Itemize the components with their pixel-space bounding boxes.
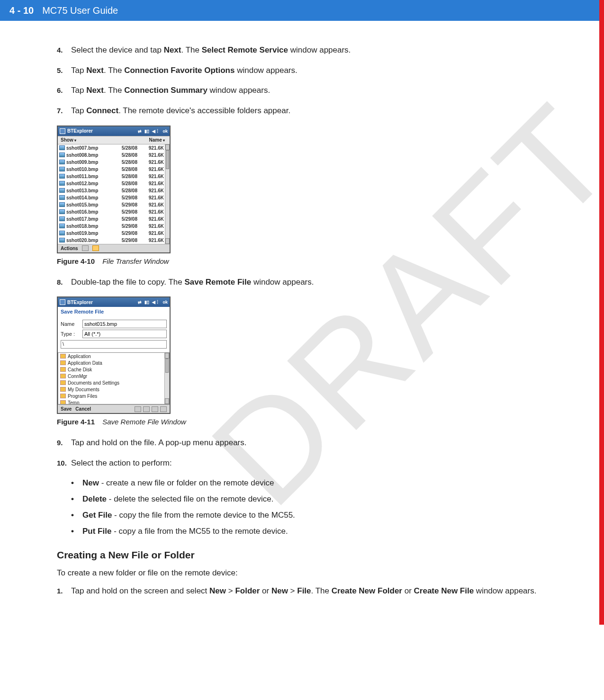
folder-row[interactable]: My Documents [58,386,169,393]
file-icon [59,224,65,228]
figure-title: Save Remote File Window [102,418,186,426]
file-row[interactable]: sshot014.bmp5/29/08921.6K [58,194,170,201]
step-text: Select the action to perform: [71,458,552,469]
file-row[interactable]: sshot016.bmp5/29/08921.6K [58,208,170,215]
file-row[interactable]: sshot012.bmp5/28/08921.6K [58,180,170,187]
folder-row[interactable]: ConnMgr [58,373,169,379]
step-5: 5. Tap Next. The Connection Favorite Opt… [57,65,552,77]
file-name: sshot015.bmp [66,202,109,207]
file-icon [59,174,65,179]
step-number: 1. [57,585,71,597]
bottom-toolbar: Save Cancel [58,404,170,413]
step-number: 5. [57,65,71,77]
file-size: 921.6K [137,174,164,179]
detail-view-icon[interactable] [160,406,167,412]
file-row[interactable]: sshot019.bmp5/29/08921.6K [58,230,170,237]
bullet-new: New - create a new file or folder on the… [71,477,552,489]
keyboard-icon[interactable] [82,245,89,251]
file-icon [59,153,65,157]
folder-icon[interactable] [143,406,150,412]
file-name: sshot018.bmp [66,224,109,229]
step-number: 7. [57,105,71,117]
connection-icon[interactable]: ⇄ [138,300,142,305]
file-list[interactable]: sshot007.bmp5/28/08921.6Ksshot008.bmp5/2… [58,144,170,244]
file-date: 5/28/08 [109,188,137,193]
file-icon [59,238,65,242]
name-input[interactable] [82,320,167,328]
file-size: 921.6K [137,202,164,207]
save-button[interactable]: Save [61,406,72,412]
folder-name: Cache Disk [68,367,92,372]
file-row[interactable]: sshot018.bmp5/29/08921.6K [58,223,170,230]
type-select[interactable] [82,330,167,338]
file-name: sshot016.bmp [66,209,109,215]
file-row[interactable]: sshot008.bmp5/28/08921.6K [58,152,170,159]
file-size: 921.6K [137,209,164,215]
step-text: Tap and hold on the file. A pop-up menu … [71,437,552,449]
path-field[interactable]: \ [61,340,167,349]
folder-row[interactable]: Application Data [58,359,169,366]
type-field-row: Type : [61,330,167,338]
folder-list[interactable]: ApplicationApplication DataCache DiskCon… [58,352,170,404]
refresh-icon[interactable] [92,245,99,251]
folder-name: Documents and Settings [68,380,119,386]
file-row[interactable]: sshot007.bmp5/28/08921.6K [58,144,170,152]
file-row[interactable]: sshot015.bmp5/29/08921.6K [58,201,170,208]
volume-icon[interactable]: ◀⋮ [152,129,160,134]
name-column[interactable]: Name [96,137,170,143]
file-size: 921.6K [137,216,164,222]
window-title: BTExplorer [67,128,93,134]
file-date: 5/29/08 [109,231,137,236]
step-9: 9. Tap and hold on the file. A pop-up me… [57,437,552,449]
file-icon [59,188,65,193]
file-date: 5/29/08 [109,209,137,215]
file-row[interactable]: sshot017.bmp5/29/08921.6K [58,215,170,223]
step-text: Tap and hold on the screen and select Ne… [71,585,552,597]
page-content: 4. Select the device and tap Next. The S… [0,21,604,625]
connection-icon[interactable]: ⇄ [138,129,142,134]
signal-icon[interactable]: ▮▯ [144,300,149,305]
file-date: 5/28/08 [109,153,137,158]
file-date: 5/29/08 [109,216,137,222]
folder-icon [60,354,66,359]
folder-row[interactable]: Temp [58,399,169,404]
ok-button[interactable]: ok [162,300,168,305]
folder-name: My Documents [68,387,99,392]
show-column[interactable]: Show [58,137,96,143]
signal-icon[interactable]: ▮▯ [144,129,149,134]
file-row[interactable]: sshot020.bmp5/29/08921.6K [58,237,170,244]
cancel-button[interactable]: Cancel [75,406,91,412]
file-size: 921.6K [137,153,164,158]
figure-title: File Transfer Window [102,257,169,265]
folder-row[interactable]: Program Files [58,393,169,399]
list-view-icon[interactable] [152,406,158,412]
file-row[interactable]: sshot010.bmp5/28/08921.6K [58,166,170,173]
keyboard-icon[interactable] [135,406,141,412]
start-icon[interactable] [60,299,65,305]
volume-icon[interactable]: ◀⋮ [152,300,160,305]
file-row[interactable]: sshot009.bmp5/28/08921.6K [58,159,170,166]
figure-4-10-caption: Figure 4-10 File Transfer Window [57,257,552,265]
scrollbar[interactable] [164,353,169,404]
start-icon[interactable] [60,128,65,134]
bullet-delete: Delete - delete the selected file on the… [71,494,552,505]
folder-row[interactable]: Application [58,353,169,359]
file-row[interactable]: sshot013.bmp5/28/08921.6K [58,187,170,194]
window-titlebar: BTExplorer ⇄ ▮▯ ◀⋮ ok [58,126,170,136]
folder-row[interactable]: Cache Disk [58,366,169,373]
ok-button[interactable]: ok [162,129,168,134]
file-row[interactable]: sshot011.bmp5/28/08921.6K [58,173,170,180]
folder-row[interactable]: Documents and Settings [58,379,169,386]
step-number: 10. [57,458,71,469]
actions-menu[interactable]: Actions [61,246,78,251]
guide-title: MC75 User Guide [42,5,118,16]
file-date: 5/29/08 [109,202,137,207]
type-label: Type : [61,331,80,337]
step-text: Select the device and tap Next. The Sele… [71,45,552,56]
step-number: 8. [57,277,71,288]
file-name: sshot017.bmp [66,216,109,222]
file-icon [59,231,65,235]
scrollbar[interactable] [165,144,170,244]
file-size: 921.6K [137,224,164,229]
step-10: 10. Select the action to perform: [57,458,552,469]
